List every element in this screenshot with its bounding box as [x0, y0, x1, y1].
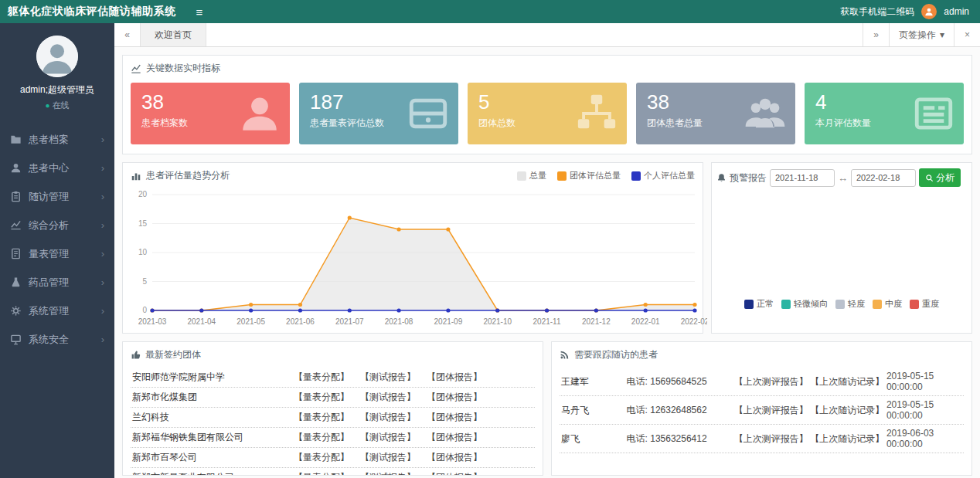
news-icon [911, 91, 956, 136]
legend-item-group-total[interactable]: 团体评估总量 [557, 170, 621, 181]
folder-icon [10, 134, 22, 145]
tabs-scroll-left-button[interactable]: « [114, 23, 141, 46]
group-report-link[interactable]: 【团体报告】 [427, 451, 482, 464]
group-name: 新郑福华钢铁集团有限公司 [132, 431, 294, 444]
line-chart-icon [10, 219, 22, 231]
rss-icon [560, 350, 570, 360]
user-avatar[interactable] [36, 36, 78, 77]
test-report-link[interactable]: 【测试报告】 [360, 411, 416, 424]
monitor-icon [10, 334, 22, 345]
last-assessment-report-link[interactable]: 【上次测评报告】 [734, 375, 811, 388]
document-icon [10, 248, 22, 259]
group-report-link[interactable]: 【团体报告】 [427, 391, 482, 404]
tab-bar: « 欢迎首页 » 页签操作▾ × [114, 23, 980, 47]
svg-text:2021-04: 2021-04 [187, 317, 216, 326]
sidebar-item-scale[interactable]: 量表管理› [0, 239, 114, 268]
date-range-arrow-icon: ↔ [838, 172, 848, 184]
svg-text:2022-01: 2022-01 [631, 317, 660, 326]
last-followup-record-link[interactable]: 【上次随访记录】 [810, 432, 886, 446]
legend-item-moderate[interactable]: 中度 [873, 298, 902, 310]
thumbs-up-icon [131, 350, 141, 360]
sidebar-item-drug[interactable]: 药品管理› [0, 268, 114, 297]
assign-scale-link[interactable]: 【量表分配】 [294, 471, 349, 476]
assign-scale-link[interactable]: 【量表分配】 [294, 371, 349, 384]
hamburger-menu-icon[interactable]: ≡ [187, 5, 213, 19]
legend-item-mild[interactable]: 轻度 [835, 298, 865, 310]
last-followup-record-link[interactable]: 【上次随访记录】 [810, 404, 886, 417]
tab-welcome[interactable]: 欢迎首页 [141, 23, 206, 46]
navbar-username[interactable]: admin [944, 6, 969, 17]
group-row: 新郑市新量泵业有限公司 【量表分配】【测试报告】【团体报告】 [131, 468, 535, 476]
stat-card-month-assessments: 4 本月评估数量 [805, 83, 964, 144]
svg-text:5: 5 [142, 277, 147, 286]
legend-swatch [631, 171, 641, 181]
tabs-scroll-right-button[interactable]: » [863, 23, 889, 46]
group-report-link[interactable]: 【团体报告】 [427, 411, 482, 424]
legend-swatch [910, 300, 919, 309]
test-report-link[interactable]: 【测试报告】 [360, 391, 416, 404]
group-row: 新郑市化煤集团 【量表分配】【测试报告】【团体报告】 [131, 388, 535, 408]
last-assessment-report-link[interactable]: 【上次测评报告】 [734, 404, 811, 417]
group-name: 新郑市百琴公司 [132, 451, 294, 464]
sidebar-item-system-security[interactable]: 系统安全› [0, 325, 114, 354]
legend-item-total[interactable]: 总量 [517, 170, 546, 181]
sidebar-item-analysis[interactable]: 综合分析› [0, 211, 114, 239]
storage-icon [406, 91, 451, 136]
legend-item-normal[interactable]: 正常 [744, 298, 774, 310]
bell-icon [716, 173, 726, 183]
stat-card-groups-total: 5 团体总数 [468, 83, 627, 144]
sidebar: admin;超级管理员 ●在线 患者档案› 患者中心› 随访管理› 综合分析› [0, 23, 114, 478]
chevron-right-icon: › [101, 276, 104, 288]
svg-text:2021-05: 2021-05 [236, 317, 265, 326]
kpi-panel: 关键数据实时指标 38 患者档案数 187 患者量表评估总数 5 [122, 55, 972, 154]
assign-scale-link[interactable]: 【量表分配】 [294, 451, 349, 464]
sidebar-item-followup[interactable]: 随访管理› [0, 182, 114, 211]
chevron-right-icon: › [101, 219, 104, 231]
search-icon [925, 174, 934, 182]
svg-text:2021-06: 2021-06 [286, 317, 315, 326]
legend-item-severe[interactable]: 重度 [910, 298, 939, 310]
legend-item-slight-tendency[interactable]: 轻微倾向 [781, 298, 828, 310]
group-report-link[interactable]: 【团体报告】 [427, 431, 482, 444]
sidebar-item-patient-file[interactable]: 患者档案› [0, 125, 114, 154]
patient-phone: 电话: 13563256412 [627, 432, 734, 446]
patient-phone: 电话: 12632648562 [627, 404, 734, 417]
svg-text:2021-03: 2021-03 [138, 317, 167, 326]
warning-panel-title: 预警报告 [730, 171, 767, 185]
clipboard-icon [10, 191, 22, 202]
svg-text:10: 10 [138, 248, 148, 256]
date-from-input[interactable] [770, 169, 835, 187]
group-row: 兰幻科技 【量表分配】【测试报告】【团体报告】 [131, 408, 535, 428]
group-report-link[interactable]: 【团体报告】 [427, 471, 482, 476]
online-dot-icon: ● [45, 101, 49, 110]
sidebar-item-patient-center[interactable]: 患者中心› [0, 154, 114, 182]
group-row: 新郑市百琴公司 【量表分配】【测试报告】【团体报告】 [131, 448, 535, 468]
group-name: 新郑市新量泵业有限公司 [132, 471, 294, 476]
assign-scale-link[interactable]: 【量表分配】 [294, 411, 349, 424]
navbar-avatar[interactable] [921, 4, 937, 19]
test-report-link[interactable]: 【测试报告】 [360, 431, 416, 444]
svg-text:2021-12: 2021-12 [582, 317, 611, 326]
assign-scale-link[interactable]: 【量表分配】 [294, 431, 349, 444]
tab-close-button[interactable]: × [954, 23, 980, 46]
legend-swatch [517, 171, 526, 181]
person-icon [237, 91, 282, 136]
qr-code-link[interactable]: 获取手机端二维码 [840, 5, 914, 19]
sidebar-item-system-manage[interactable]: 系统管理› [0, 297, 114, 325]
legend-item-personal-total[interactable]: 个人评估总量 [631, 170, 695, 181]
test-report-link[interactable]: 【测试报告】 [360, 451, 416, 464]
group-report-link[interactable]: 【团体报告】 [427, 371, 482, 384]
legend-swatch [744, 300, 754, 309]
test-report-link[interactable]: 【测试报告】 [360, 471, 416, 476]
assign-scale-link[interactable]: 【量表分配】 [294, 391, 349, 404]
last-followup-record-link[interactable]: 【上次随访记录】 [810, 375, 886, 388]
legend-swatch [873, 300, 882, 309]
warning-report-panel: 预警报告 ↔ 分析 正常 轻微倾向 轻度 [711, 162, 972, 334]
date-to-input[interactable] [851, 169, 916, 187]
test-report-link[interactable]: 【测试报告】 [360, 371, 416, 384]
chevron-right-icon: › [101, 191, 104, 202]
tab-operations-dropdown[interactable]: 页签操作▾ [889, 23, 954, 46]
followup-row: 廖飞 电话: 13563256412 【上次测评报告】 【上次随访记录】 201… [560, 425, 964, 453]
last-assessment-report-link[interactable]: 【上次测评报告】 [734, 432, 811, 446]
analyze-button[interactable]: 分析 [919, 168, 961, 187]
